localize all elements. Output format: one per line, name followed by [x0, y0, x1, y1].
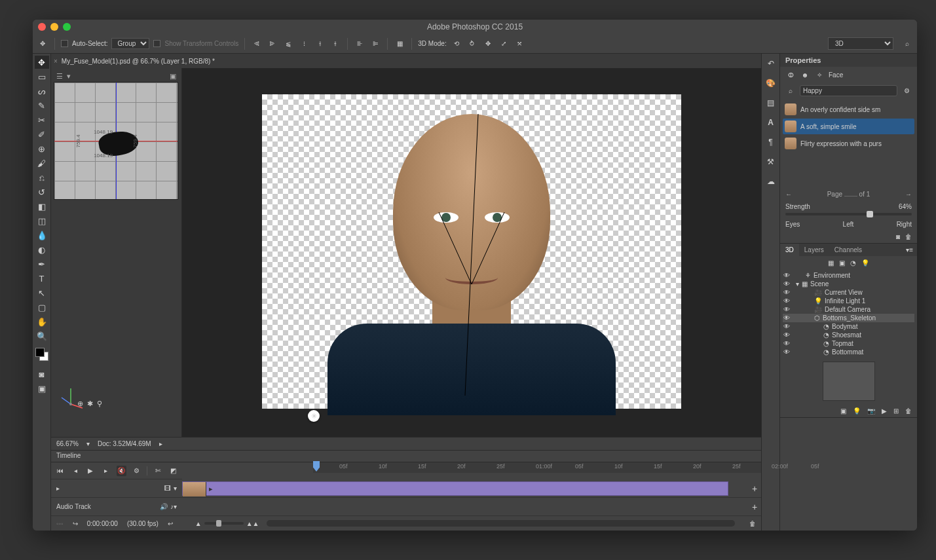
pose-icon[interactable]: ⵀ — [785, 69, 796, 80]
workspace-dropdown[interactable]: 3D — [828, 37, 893, 50]
hand-tool[interactable]: ✋ — [35, 315, 49, 328]
add-audio-icon[interactable]: + — [748, 502, 761, 512]
dodge-tool[interactable]: ◐ — [35, 243, 49, 256]
shape-tool[interactable]: ▢ — [35, 301, 49, 314]
close-tab-icon[interactable]: × — [54, 58, 58, 65]
tree-item[interactable]: 👁⬡Bottoms_Skeleton — [783, 314, 914, 322]
distribute2-icon[interactable]: ⊫ — [369, 38, 381, 50]
add-media-icon[interactable]: + — [748, 483, 761, 494]
quick-select-tool[interactable]: ✎ — [35, 99, 49, 112]
zoom-slider[interactable] — [204, 522, 244, 525]
minimize-icon[interactable] — [50, 23, 58, 31]
zoom-level[interactable]: 66.67% — [56, 440, 79, 447]
mask-icon[interactable]: ☻ — [800, 69, 810, 80]
camera-widget-icon[interactable]: ⚲ — [97, 400, 102, 408]
libraries-panel-icon[interactable]: ⚒ — [765, 156, 777, 168]
roll-icon[interactable]: ⥁ — [466, 38, 478, 50]
history-brush-tool[interactable]: ↺ — [35, 185, 49, 198]
expression-item[interactable]: Flirty expression with a purs — [783, 136, 914, 151]
paragraph-panel-icon[interactable]: ¶ — [765, 136, 777, 148]
marquee-tool[interactable]: ▭ — [35, 70, 49, 83]
visibility-icon[interactable]: 👁 — [783, 340, 791, 347]
color-swatch[interactable] — [35, 348, 48, 361]
lasso-tool[interactable]: ᔕ — [35, 84, 49, 98]
next-frame-icon[interactable]: ▸ — [101, 466, 111, 476]
tree-item[interactable]: 👁💡Infinite Light 1 — [783, 297, 914, 305]
swatches-panel-icon[interactable]: ▤ — [765, 97, 777, 109]
filter-light-icon[interactable]: 💡 — [861, 259, 869, 267]
timeline-clip[interactable]: ▸ — [182, 481, 728, 496]
move-tool-icon[interactable]: ✥ — [37, 38, 48, 50]
loop-icon[interactable]: ◦◦◦ — [56, 520, 64, 527]
blur-tool[interactable]: 💧 — [35, 229, 49, 242]
render-icon[interactable]: ↪ — [73, 520, 78, 527]
render-icon[interactable]: ▶ — [882, 407, 887, 415]
timeline-ruler[interactable]: 05f10f15f20f25f01:00f05f10f15f20f25f02:0… — [313, 462, 761, 473]
ground-plane-icon[interactable]: ⊕ — [77, 400, 83, 408]
delete-prop-icon[interactable]: 🗑 — [905, 233, 912, 240]
auto-select-checkbox[interactable] — [61, 40, 68, 47]
visibility-icon[interactable]: 👁 — [783, 306, 791, 313]
visibility-icon[interactable]: 👁 — [783, 280, 791, 288]
play-icon[interactable]: ▶ — [86, 466, 96, 476]
align-bottom-icon[interactable]: ⫳ — [329, 38, 341, 50]
eyes-right-button[interactable]: Right — [897, 221, 912, 228]
adjustments-panel-icon[interactable]: A — [765, 117, 777, 128]
auto-align-icon[interactable]: ▦ — [394, 38, 405, 50]
screen-mode-icon[interactable]: ▣ — [35, 382, 49, 395]
tree-item[interactable]: 👁◔Topmat — [783, 339, 914, 348]
mute-icon[interactable]: 🔇 — [117, 466, 126, 476]
visibility-icon[interactable]: 👁 — [783, 348, 791, 356]
quick-mask-icon[interactable]: ◙ — [35, 367, 49, 381]
tab-3d[interactable]: 3D — [780, 244, 799, 256]
zoom-out-icon[interactable]: ▲ — [195, 520, 202, 527]
render-prop-icon[interactable]: ◙ — [896, 233, 900, 240]
tree-item[interactable]: 👁◔Bodymat — [783, 322, 914, 331]
filter-mesh-icon[interactable]: ▣ — [839, 259, 845, 267]
status-more-icon[interactable]: ▸ — [159, 440, 162, 447]
filter-scene-icon[interactable]: ▦ — [828, 259, 834, 267]
tree-item[interactable]: 👁🎥Default Camera — [783, 305, 914, 314]
settings-icon[interactable]: ⚙ — [132, 466, 141, 476]
secondary-3d-view[interactable]: 1048.19 1048.19 759.4 759.4 — [54, 82, 178, 200]
tree-item[interactable]: 👁⚘Environment — [783, 271, 914, 280]
align-left-icon[interactable]: ⫷ — [251, 38, 263, 50]
path-select-tool[interactable]: ↖ — [35, 286, 49, 299]
color-panel-icon[interactable]: 🎨 — [765, 77, 777, 89]
prev-frame-icon[interactable]: ◂ — [70, 466, 80, 476]
align-vcenter-icon[interactable]: ⫲ — [314, 38, 326, 50]
visibility-icon[interactable]: 👁 — [783, 331, 791, 339]
crop-tool[interactable]: ✂ — [35, 113, 49, 126]
view-home-icon[interactable]: ☰ — [56, 72, 63, 81]
eyes-left-button[interactable]: Left — [843, 221, 854, 228]
tree-item[interactable]: 👁🎥Current View — [783, 288, 914, 297]
orbit-icon[interactable]: ⟲ — [451, 38, 462, 50]
audio-mute-icon[interactable]: 🔊 — [160, 503, 168, 510]
pen-tool[interactable]: ✒ — [35, 257, 49, 271]
light-widget-icon[interactable]: ✱ — [87, 400, 93, 408]
scale-3d-icon[interactable]: ⤧ — [514, 38, 525, 50]
type-tool[interactable]: T — [35, 272, 49, 285]
align-right-icon[interactable]: ⫹ — [282, 38, 294, 50]
ground-shadow-handle[interactable]: ✳ — [308, 410, 320, 422]
delete-icon[interactable]: 🗑 — [905, 407, 912, 415]
tab-channels[interactable]: Channels — [829, 244, 867, 256]
playhead[interactable] — [313, 461, 320, 472]
distribute-icon[interactable]: ⊪ — [354, 38, 365, 50]
view-expand-icon[interactable]: ▣ — [170, 72, 176, 81]
zoom-in-icon[interactable]: ▲▲ — [246, 520, 259, 527]
page-next-icon[interactable]: → — [905, 191, 912, 198]
tab-layers[interactable]: Layers — [799, 244, 829, 256]
cc-libraries-icon[interactable]: ☁ — [765, 176, 777, 187]
stamp-tool[interactable]: ⎌ — [35, 171, 49, 184]
tree-item[interactable]: 👁◔Shoesmat — [783, 331, 914, 339]
search-icon[interactable]: ⌕ — [901, 38, 913, 50]
brush-tool[interactable]: 🖌 — [35, 157, 49, 170]
slide-icon[interactable]: ⤢ — [498, 38, 510, 50]
new-icon[interactable]: ⊞ — [893, 407, 899, 415]
new-camera-icon[interactable]: 📷 — [867, 407, 875, 415]
coords-icon[interactable]: ✧ — [814, 69, 825, 80]
auto-select-dropdown[interactable]: Group — [111, 38, 149, 49]
convert-frames-icon[interactable]: ↩ — [168, 520, 173, 527]
document-tab-title[interactable]: My_Fuse_Model(1).psd @ 66.7% (Layer 1, R… — [62, 58, 215, 65]
